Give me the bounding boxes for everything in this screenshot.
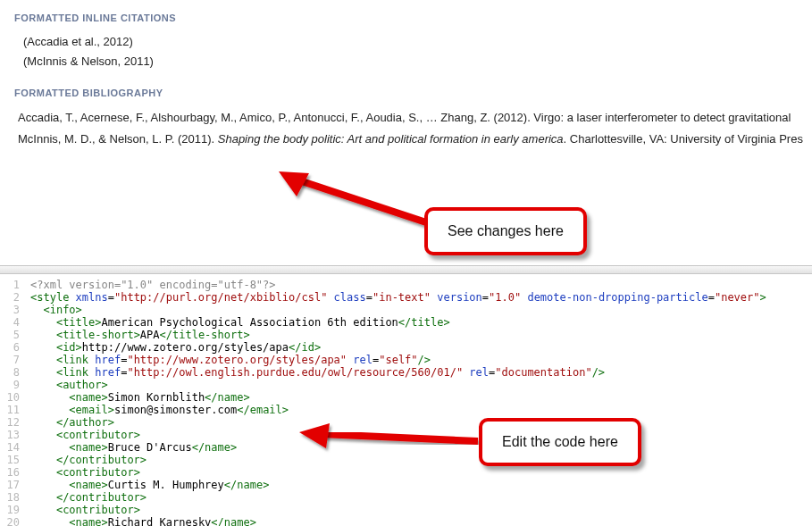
arrow-annotation <box>299 422 487 457</box>
callout-preview: See changes here <box>424 207 587 255</box>
line-number: 6 <box>0 341 20 354</box>
code-line[interactable]: <style xmlns="http://purl.org/net/xbibli… <box>30 291 812 304</box>
line-number: 8 <box>0 366 20 379</box>
code-line[interactable]: <author> <box>30 379 812 391</box>
code-line[interactable]: <contributor> <box>30 466 812 479</box>
line-number: 17 <box>0 479 20 491</box>
line-number: 12 <box>0 416 20 429</box>
code-content[interactable]: <?xml version="1.0" encoding="utf-8"?><s… <box>30 279 812 526</box>
line-number: 19 <box>0 504 20 516</box>
code-line[interactable]: <email>simon@simonster.com</email> <box>30 404 812 416</box>
callout-editor: Edit the code here <box>479 418 641 466</box>
line-number: 7 <box>0 354 20 366</box>
bibliography-entry: McInnis, M. D., & Nelson, L. P. (2011). … <box>18 129 798 150</box>
code-line[interactable]: </contributor> <box>30 491 812 504</box>
code-line[interactable]: <contributor> <box>30 504 812 516</box>
code-line[interactable]: <name>Curtis M. Humphrey</name> <box>30 479 812 491</box>
line-number: 1 <box>0 279 20 291</box>
bibliography-list: Accadia, T., Acernese, F., Alshourbagy, … <box>18 107 798 150</box>
bib-italic: Shaping the body politic: Art and politi… <box>218 132 564 146</box>
code-line[interactable]: <info> <box>30 304 812 316</box>
citation-list: (Accadia et al., 2012) (McInnis & Nelson… <box>23 32 798 71</box>
line-number: 13 <box>0 429 20 441</box>
line-number: 16 <box>0 466 20 479</box>
inline-citation: (Accadia et al., 2012) <box>23 32 798 52</box>
line-number: 4 <box>0 316 20 329</box>
svg-line-0 <box>299 180 429 223</box>
arrow-annotation <box>277 170 447 237</box>
callout-text: Edit the code here <box>502 434 618 449</box>
code-line[interactable]: <link href="http://owl.english.purdue.ed… <box>30 366 812 379</box>
bibliography-heading: FORMATTED BIBLIOGRAPHY <box>14 88 798 98</box>
code-line[interactable]: <name>Simon Kornblith</name> <box>30 391 812 404</box>
inline-citation: (McInnis & Nelson, 2011) <box>23 52 798 71</box>
code-line[interactable]: <title>American Psychological Associatio… <box>30 316 812 329</box>
code-line[interactable]: <id>http://www.zotero.org/styles/apa</id… <box>30 341 812 354</box>
line-number: 18 <box>0 491 20 504</box>
line-number: 2 <box>0 291 20 304</box>
pane-divider[interactable] <box>0 265 812 274</box>
code-line[interactable]: <name>Richard Karnesky</name> <box>30 516 812 526</box>
bib-text: . Charlottesville, VA: University of Vir… <box>564 132 803 146</box>
line-number: 5 <box>0 329 20 341</box>
callout-text: See changes here <box>448 223 564 238</box>
line-number: 15 <box>0 454 20 466</box>
line-number-gutter: 123456789101112131415161718192021 <box>0 279 25 526</box>
code-line[interactable]: <link href="http://www.zotero.org/styles… <box>30 354 812 366</box>
code-editor[interactable]: 123456789101112131415161718192021 <?xml … <box>0 275 812 526</box>
bib-text: Accadia, T., Acernese, F., Alshourbagy, … <box>18 111 791 124</box>
code-line[interactable]: <?xml version="1.0" encoding="utf-8"?> <box>30 279 812 291</box>
citations-heading: FORMATTED INLINE CITATIONS <box>14 13 798 23</box>
line-number: 20 <box>0 516 20 526</box>
bibliography-entry: Accadia, T., Acernese, F., Alshourbagy, … <box>18 107 798 129</box>
line-number: 9 <box>0 379 20 391</box>
line-number: 10 <box>0 391 20 404</box>
line-number: 3 <box>0 304 20 316</box>
svg-marker-3 <box>299 423 330 448</box>
line-number: 11 <box>0 404 20 416</box>
svg-line-2 <box>322 434 478 441</box>
bib-text: McInnis, M. D., & Nelson, L. P. (2011). <box>18 132 218 146</box>
code-line[interactable]: <title-short>APA</title-short> <box>30 329 812 341</box>
line-number: 14 <box>0 441 20 454</box>
preview-pane: FORMATTED INLINE CITATIONS (Accadia et a… <box>0 0 812 150</box>
